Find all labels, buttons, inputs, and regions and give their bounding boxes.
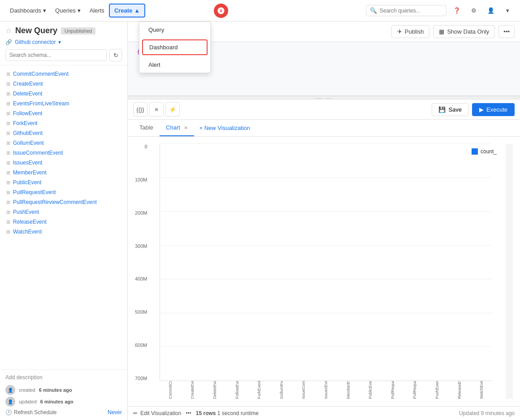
y-axis-label: 0	[135, 144, 147, 149]
tab-table[interactable]: Table	[133, 120, 160, 136]
nav-create[interactable]: Create ▲	[109, 4, 145, 17]
more-options-button[interactable]: ▾	[501, 4, 515, 17]
more-actions-button[interactable]: •••	[498, 25, 515, 38]
x-label-text: CreateEvent	[190, 381, 195, 399]
x-axis-label: DeleteEvent	[204, 381, 225, 399]
schema-item-label: PushEvent	[13, 209, 39, 215]
schema-search-input[interactable]	[5, 49, 107, 61]
schema-item-label: CreateEvent	[13, 81, 43, 87]
format-button[interactable]: {{}}	[133, 102, 147, 117]
search-input[interactable]	[380, 8, 442, 14]
status-left: ✏ Edit Visualization ••• 15 rows 1 secon…	[133, 410, 259, 416]
schema-item-label: PublicEvent	[13, 179, 41, 186]
schema-item[interactable]: ⊞CreateEvent	[0, 79, 127, 89]
schema-item[interactable]: ⊞WatchEvent	[0, 227, 127, 237]
table-grid-icon: ⊞	[6, 71, 10, 77]
x-label-text: MemberEvent	[346, 381, 351, 399]
x-axis-label: CreateEvent	[182, 381, 204, 399]
schema-item[interactable]: ⊞GithubEvent	[0, 128, 127, 138]
schema-item[interactable]: ⊞CommitCommentEvent	[0, 69, 127, 79]
dropdown-dashboard[interactable]: Dashboard	[142, 39, 208, 55]
schema-item[interactable]: ⊞ReleaseEvent	[0, 217, 127, 227]
schema-item[interactable]: ⊞DeleteEvent	[0, 89, 127, 99]
show-data-only-button[interactable]: ▦ Show Data Only	[433, 25, 495, 38]
execute-shortcut-button[interactable]: ⚡	[165, 102, 180, 117]
schema-item[interactable]: ⊞EventsFromLiveStream	[0, 99, 127, 108]
x-axis-label: WatchEvent	[471, 381, 492, 399]
new-visualization-button[interactable]: + New Visualization	[194, 121, 256, 135]
more-status-button[interactable]: •••	[186, 410, 191, 416]
unpublished-badge: Unpublished	[61, 27, 95, 35]
user-avatar[interactable]: 👤	[484, 4, 498, 17]
dropdown-query[interactable]: Query	[139, 22, 210, 38]
main-layout: ☆ New Query Unpublished 🔗 Github connect…	[0, 22, 520, 420]
schema-item[interactable]: ⊞MemberEvent	[0, 168, 127, 178]
updated-time: 6 minutes ago	[40, 399, 74, 404]
updater-avatar: 👤	[5, 397, 15, 407]
schema-item-label: IssuesEvent	[13, 160, 42, 166]
schema-refresh-button[interactable]: ↻	[109, 49, 122, 61]
x-label-text: PullRequestReviewCommentEvent	[412, 381, 417, 399]
table-grid-icon: ⊞	[6, 209, 10, 215]
creator-avatar: 👤	[5, 385, 15, 395]
updated-info: 👤 updated 6 minutes ago	[5, 397, 122, 407]
chart-container: count_ 700M600M500M400M300M200M100M0Comm…	[135, 144, 506, 399]
table-grid-icon: ⊞	[6, 190, 10, 195]
nav-create-label: Create	[114, 7, 132, 14]
table-grid-icon: ⊞	[6, 219, 10, 225]
created-info: 👤 created 6 minutes ago	[5, 385, 122, 395]
edit-icon: ✏	[133, 410, 138, 416]
table-grid-icon: ⊞	[6, 170, 10, 176]
schema-item-label: ForkEvent	[13, 120, 38, 126]
execute-button[interactable]: ▶ Execute	[472, 103, 515, 116]
x-label-text: DeleteEvent	[212, 381, 217, 399]
schema-item[interactable]: ⊞IssuesEvent	[0, 158, 127, 168]
schema-item[interactable]: ⊞FollowEvent	[0, 108, 127, 118]
publish-button[interactable]: ✈ Publish	[391, 25, 430, 38]
grid-line	[160, 346, 492, 347]
settings-button[interactable]: ⚙	[467, 4, 481, 17]
add-description-button[interactable]: Add description	[5, 374, 122, 381]
nav-alerts[interactable]: Alerts	[85, 4, 109, 17]
tab-chart-close[interactable]: ✕	[184, 125, 188, 130]
table-grid-icon: ⊞	[6, 130, 10, 136]
x-label-text: PullRequestEvent	[390, 381, 395, 399]
schema-item[interactable]: ⊞IssueCommentEvent	[0, 148, 127, 158]
x-label-text: PublicEvent	[368, 381, 373, 399]
schema-item[interactable]: ⊞PublicEvent	[0, 178, 127, 187]
refresh-schedule-value[interactable]: Never	[108, 409, 122, 416]
chart-scrollbar[interactable]	[506, 144, 513, 399]
edit-visualization-button[interactable]: ✏ Edit Visualization	[133, 410, 181, 416]
table-grid-icon: ⊞	[6, 111, 10, 117]
grid-line	[160, 211, 492, 212]
schema-item[interactable]: ⊞GollumEvent	[0, 138, 127, 148]
schema-item[interactable]: ⊞PushEvent	[0, 207, 127, 217]
nav-dashboards[interactable]: Dashboards ▾	[5, 4, 51, 17]
connector-label: Github connector	[15, 39, 56, 45]
nav-queries[interactable]: Queries ▾	[51, 4, 85, 17]
schema-item[interactable]: ⊞ForkEvent	[0, 118, 127, 128]
y-axis-labels: 700M600M500M400M300M200M100M0	[135, 144, 151, 381]
created-time: 6 minutes ago	[39, 387, 72, 393]
schema-item[interactable]: ⊞PullRequestReviewCommentEvent	[0, 197, 127, 207]
status-bar: ✏ Edit Visualization ••• 15 rows 1 secon…	[128, 406, 520, 420]
connector-select[interactable]: 🔗 Github connector ▾	[5, 39, 122, 45]
tab-chart[interactable]: Chart ✕	[160, 120, 194, 136]
grid-line	[160, 143, 492, 144]
table-grid-icon: ⊞	[6, 121, 10, 126]
updated-status: Updated 9 minutes ago	[459, 410, 515, 416]
dashboards-chevron: ▾	[43, 7, 46, 14]
x-label-text: PushEvent	[435, 381, 439, 399]
dropdown-alert[interactable]: Alert	[139, 57, 210, 73]
search-box[interactable]: 🔍	[366, 5, 446, 16]
list-button[interactable]: ≡	[149, 102, 164, 117]
star-icon[interactable]: ☆	[5, 26, 12, 35]
help-button[interactable]: ❓	[450, 4, 464, 17]
save-button[interactable]: 💾 Save	[432, 103, 468, 116]
connector-row: 🔗 Github connector ▾	[5, 39, 122, 45]
viz-tabs: Table Chart ✕ + New Visualization	[128, 120, 520, 137]
schema-item[interactable]: ⊞PullRequestEvent	[0, 187, 127, 197]
x-axis-label: MemberEvent	[338, 381, 359, 399]
create-dropdown: Query Dashboard Alert	[139, 22, 211, 73]
resize-handle[interactable]: — —	[128, 96, 520, 100]
